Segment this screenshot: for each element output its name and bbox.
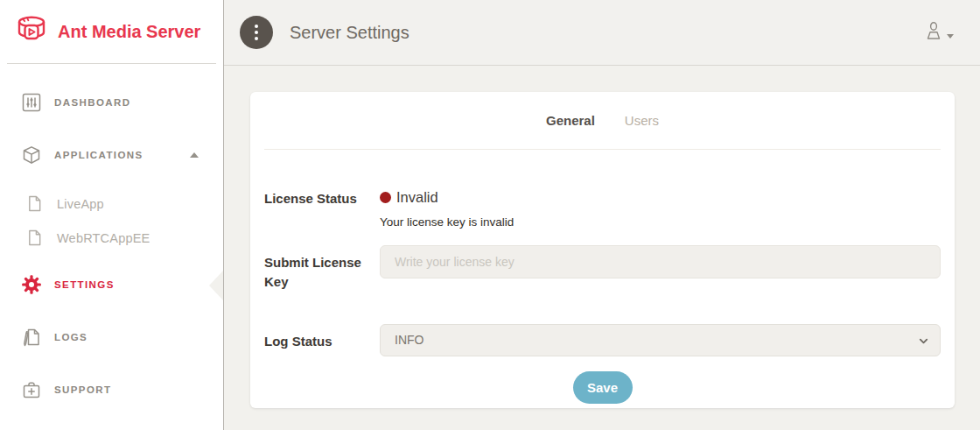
content-column: Server Settings General Users License St… [224, 0, 980, 430]
sidebar-item-label: WebRTCAppEE [57, 231, 150, 245]
file-icon [24, 228, 45, 249]
brand-logo[interactable]: Ant Media Server [0, 0, 223, 63]
sidebar-item-label: DASHBOARD [54, 97, 130, 108]
license-key-label: Submit License Key [264, 245, 380, 292]
settings-card: General Users License Status Invalid You… [250, 92, 955, 408]
main-area: General Users License Status Invalid You… [224, 66, 980, 430]
collapse-caret-icon[interactable] [190, 152, 199, 158]
user-menu[interactable] [924, 20, 954, 45]
license-status-value: Invalid Your license key is invalid [380, 189, 941, 229]
gear-icon [21, 274, 42, 295]
sidebar-item-settings[interactable]: SETTINGS [0, 267, 223, 302]
save-row: Save [264, 371, 941, 404]
applications-box-icon [21, 145, 42, 166]
file-icon [24, 194, 45, 215]
sidebar-item-label: SETTINGS [54, 279, 115, 290]
sidebar-item-label: LiveApp [57, 197, 104, 211]
sidebar-item-logs[interactable]: LOGS [0, 320, 223, 355]
license-status-label: License Status [264, 189, 380, 208]
license-status-description: Your license key is invalid [380, 215, 941, 229]
sidebar-item-applications[interactable]: APPLICATIONS [0, 137, 223, 173]
sidebar-item-webrtcappee[interactable]: WebRTCAppEE [0, 221, 223, 255]
sidebar: Ant Media Server DASHBOARD [0, 0, 224, 430]
top-header: Server Settings [224, 0, 980, 66]
page-title: Server Settings [290, 23, 410, 43]
sidebar-item-liveapp[interactable]: LiveApp [0, 187, 223, 221]
tab-general[interactable]: General [546, 113, 595, 128]
sidebar-nav: DASHBOARD APPLICATIONS LiveApp [0, 64, 223, 407]
logs-icon [21, 327, 42, 348]
sidebar-item-label: APPLICATIONS [54, 150, 144, 160]
log-level-select[interactable]: INFO [380, 324, 941, 356]
tab-users[interactable]: Users [625, 113, 659, 128]
user-caret-icon [947, 34, 954, 39]
log-status-label: Log Status [264, 324, 380, 351]
sidebar-item-label: LOGS [54, 332, 88, 342]
sidebar-item-label: SUPPORT [54, 384, 111, 395]
status-dot-icon [380, 192, 391, 203]
save-button[interactable]: Save [573, 371, 633, 404]
settings-form: License Status Invalid Your license key … [250, 150, 955, 404]
license-status-row: License Status Invalid Your license key … [264, 189, 941, 229]
active-item-notch [209, 271, 223, 300]
log-status-row: Log Status INFO [264, 324, 941, 356]
kebab-menu-icon[interactable] [240, 16, 273, 49]
license-key-row: Submit License Key [264, 245, 941, 292]
tab-bar: General Users [250, 92, 955, 149]
sidebar-item-support[interactable]: SUPPORT [0, 372, 223, 407]
sidebar-item-dashboard[interactable]: DASHBOARD [0, 85, 223, 120]
support-firstaid-icon [21, 379, 42, 400]
ant-media-logo-icon [14, 14, 49, 50]
dashboard-sliders-icon [21, 92, 42, 113]
brand-name: Ant Media Server [58, 22, 200, 42]
license-key-input[interactable] [380, 245, 941, 278]
license-status-text: Invalid [396, 189, 438, 206]
user-icon [924, 20, 943, 45]
